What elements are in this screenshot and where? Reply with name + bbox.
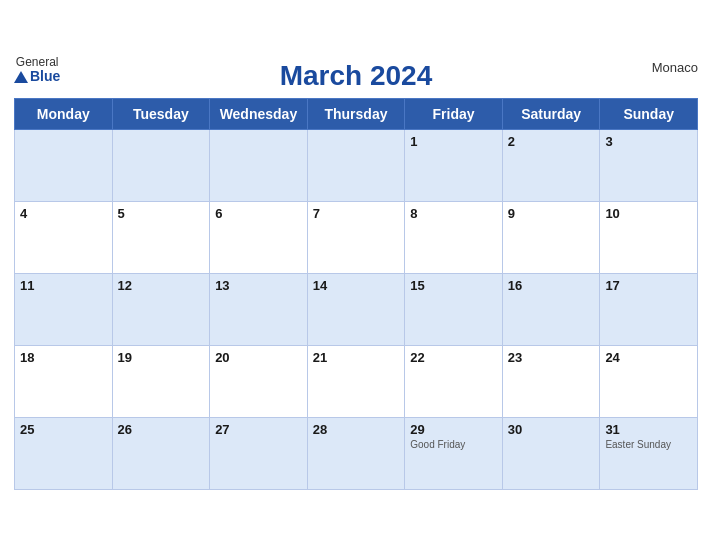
- calendar-day-cell: [307, 130, 405, 202]
- calendar-day-cell: 24: [600, 346, 698, 418]
- calendar-day-cell: 28: [307, 418, 405, 490]
- logo: General Blue: [14, 56, 60, 85]
- calendar-title: March 2024: [280, 60, 433, 92]
- day-number: 9: [508, 206, 595, 221]
- calendar-week-row: 11121314151617: [15, 274, 698, 346]
- day-number: 29: [410, 422, 497, 437]
- logo-blue-text: Blue: [14, 69, 60, 84]
- holiday-label: Good Friday: [410, 439, 497, 451]
- day-number: 25: [20, 422, 107, 437]
- calendar-day-cell: 25: [15, 418, 113, 490]
- calendar-day-cell: 29Good Friday: [405, 418, 503, 490]
- calendar-day-cell: 15: [405, 274, 503, 346]
- calendar-day-cell: 14: [307, 274, 405, 346]
- calendar-day-cell: 21: [307, 346, 405, 418]
- calendar-week-row: 123: [15, 130, 698, 202]
- day-number: 4: [20, 206, 107, 221]
- calendar-day-cell: 6: [210, 202, 308, 274]
- calendar-table: Monday Tuesday Wednesday Thursday Friday…: [14, 98, 698, 490]
- calendar-day-cell: [112, 130, 210, 202]
- calendar-day-cell: 10: [600, 202, 698, 274]
- calendar-day-cell: [15, 130, 113, 202]
- header-friday: Friday: [405, 99, 503, 130]
- logo-triangle-icon: [14, 71, 28, 83]
- calendar-day-cell: 3: [600, 130, 698, 202]
- calendar-day-cell: 11: [15, 274, 113, 346]
- calendar-day-cell: 12: [112, 274, 210, 346]
- calendar-day-cell: 13: [210, 274, 308, 346]
- calendar-day-cell: [210, 130, 308, 202]
- calendar-day-cell: 27: [210, 418, 308, 490]
- header-sunday: Sunday: [600, 99, 698, 130]
- calendar-day-cell: 30: [502, 418, 600, 490]
- calendar-day-cell: 23: [502, 346, 600, 418]
- day-number: 13: [215, 278, 302, 293]
- header-saturday: Saturday: [502, 99, 600, 130]
- day-number: 6: [215, 206, 302, 221]
- calendar-day-cell: 17: [600, 274, 698, 346]
- calendar-day-cell: 2: [502, 130, 600, 202]
- holiday-label: Easter Sunday: [605, 439, 692, 451]
- day-number: 17: [605, 278, 692, 293]
- country-label: Monaco: [652, 60, 698, 75]
- header-wednesday: Wednesday: [210, 99, 308, 130]
- day-number: 26: [118, 422, 205, 437]
- day-number: 15: [410, 278, 497, 293]
- calendar-week-row: 45678910: [15, 202, 698, 274]
- calendar-day-cell: 19: [112, 346, 210, 418]
- header-monday: Monday: [15, 99, 113, 130]
- day-number: 3: [605, 134, 692, 149]
- calendar-day-cell: 20: [210, 346, 308, 418]
- calendar-wrapper: General Blue March 2024 Monaco Monday Tu…: [0, 46, 712, 504]
- day-number: 23: [508, 350, 595, 365]
- calendar-day-cell: 4: [15, 202, 113, 274]
- calendar-header: General Blue March 2024 Monaco: [14, 56, 698, 92]
- day-number: 21: [313, 350, 400, 365]
- calendar-day-cell: 8: [405, 202, 503, 274]
- day-number: 20: [215, 350, 302, 365]
- calendar-day-cell: 1: [405, 130, 503, 202]
- day-number: 16: [508, 278, 595, 293]
- day-number: 24: [605, 350, 692, 365]
- day-number: 1: [410, 134, 497, 149]
- header-tuesday: Tuesday: [112, 99, 210, 130]
- calendar-day-cell: 9: [502, 202, 600, 274]
- day-number: 30: [508, 422, 595, 437]
- calendar-week-row: 2526272829Good Friday3031Easter Sunday: [15, 418, 698, 490]
- calendar-week-row: 18192021222324: [15, 346, 698, 418]
- day-number: 19: [118, 350, 205, 365]
- day-number: 8: [410, 206, 497, 221]
- day-number: 5: [118, 206, 205, 221]
- day-number: 2: [508, 134, 595, 149]
- header-thursday: Thursday: [307, 99, 405, 130]
- day-number: 10: [605, 206, 692, 221]
- calendar-day-cell: 31Easter Sunday: [600, 418, 698, 490]
- calendar-day-cell: 22: [405, 346, 503, 418]
- day-number: 18: [20, 350, 107, 365]
- day-number: 12: [118, 278, 205, 293]
- day-number: 28: [313, 422, 400, 437]
- calendar-day-cell: 26: [112, 418, 210, 490]
- day-number: 11: [20, 278, 107, 293]
- day-number: 22: [410, 350, 497, 365]
- day-number: 31: [605, 422, 692, 437]
- calendar-body: 1234567891011121314151617181920212223242…: [15, 130, 698, 490]
- calendar-day-cell: 5: [112, 202, 210, 274]
- day-number: 14: [313, 278, 400, 293]
- calendar-day-cell: 7: [307, 202, 405, 274]
- calendar-day-cell: 16: [502, 274, 600, 346]
- day-number: 7: [313, 206, 400, 221]
- calendar-day-cell: 18: [15, 346, 113, 418]
- day-number: 27: [215, 422, 302, 437]
- weekday-header-row: Monday Tuesday Wednesday Thursday Friday…: [15, 99, 698, 130]
